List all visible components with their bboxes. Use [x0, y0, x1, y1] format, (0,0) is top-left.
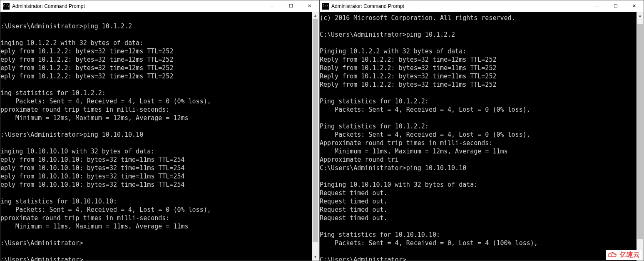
terminal-body: (c) 2016 Microsoft Corporation. All righ…	[320, 12, 644, 261]
scroll-up-arrow-icon[interactable]: ▲	[637, 12, 644, 19]
scroll-track[interactable]	[312, 19, 319, 253]
scroll-thumb[interactable]	[637, 24, 643, 239]
window-title: Administrator: Command Prompt	[331, 3, 587, 9]
scroll-thumb[interactable]	[313, 19, 318, 242]
terminal-body: :\Users\Administrator>ping 10.1.2.2 ingi…	[0, 12, 319, 261]
maximize-button[interactable]: ☐	[281, 0, 300, 12]
close-button[interactable]: ✕	[625, 0, 644, 12]
scroll-track[interactable]	[637, 19, 644, 253]
cmd-window-right: C:\ Administrator: Command Prompt — ☐ ✕ …	[319, 0, 644, 261]
scrollbar[interactable]: ▲ ▼	[312, 12, 319, 261]
workspace: C:\ Administrator: Command Prompt — ☐ ✕ …	[0, 0, 644, 261]
close-button[interactable]: ✕	[300, 0, 319, 12]
terminal-output[interactable]: (c) 2016 Microsoft Corporation. All righ…	[320, 12, 637, 261]
cloud-logo-icon	[607, 251, 618, 259]
minimize-button[interactable]: —	[263, 0, 281, 12]
minimize-button[interactable]: —	[587, 0, 606, 12]
cmd-icon: C:\	[3, 3, 10, 10]
scroll-down-arrow-icon[interactable]: ▼	[312, 253, 319, 261]
watermark-text: 亿速云	[620, 251, 640, 259]
titlebar[interactable]: C:\ Administrator: Command Prompt — ☐ ✕	[320, 0, 644, 12]
window-title: Administrator: Command Prompt	[12, 3, 263, 9]
maximize-button[interactable]: ☐	[606, 0, 625, 12]
scrollbar[interactable]: ▲ ▼	[637, 12, 644, 261]
titlebar[interactable]: C:\ Administrator: Command Prompt — ☐ ✕	[0, 0, 319, 12]
cmd-icon: C:\	[322, 3, 329, 10]
watermark: 亿速云	[606, 250, 642, 260]
scroll-up-arrow-icon[interactable]: ▲	[312, 12, 319, 19]
cmd-window-left: C:\ Administrator: Command Prompt — ☐ ✕ …	[0, 0, 319, 261]
terminal-output[interactable]: :\Users\Administrator>ping 10.1.2.2 ingi…	[0, 12, 312, 261]
